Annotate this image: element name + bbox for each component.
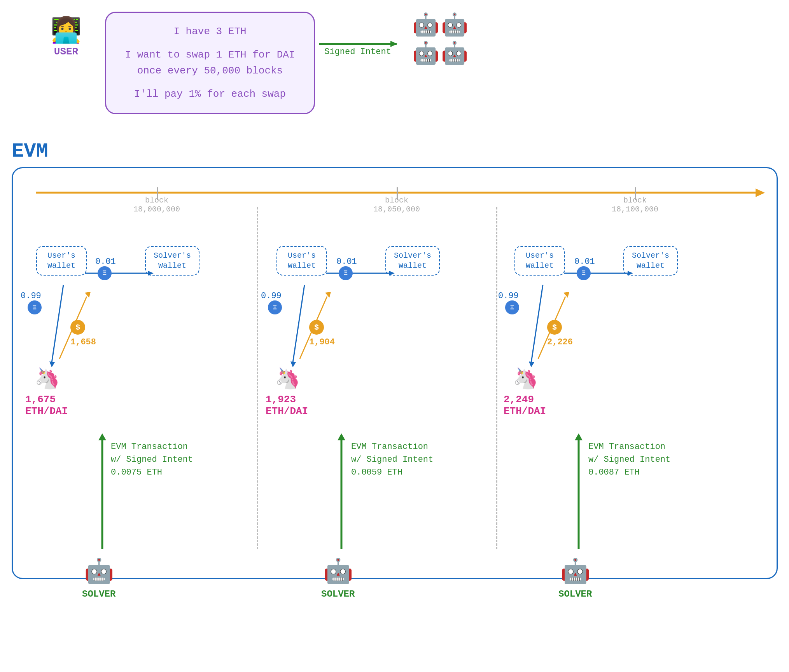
timeline: block18,000,000 block18,050,000 block18,…	[36, 192, 763, 194]
robot-top-3: 🤖	[412, 40, 439, 67]
col1-evm-tx: EVM Transaction w/ Signed Intent 0.0075 …	[111, 440, 193, 479]
col1-unicorn: 🦄	[35, 367, 60, 391]
col3-eth-out-label: 0.01	[574, 257, 595, 267]
signed-intent-label: Signed Intent	[324, 47, 391, 57]
col1-solvers-wallet: Solver'sWallet	[145, 246, 199, 276]
col2-eth-user-label: 0.99	[261, 291, 282, 301]
v-divider-1	[257, 207, 258, 549]
block-label-1: block18,000,000	[133, 196, 180, 214]
svg-marker-13	[325, 292, 331, 298]
col2-evm-tx: EVM Transaction w/ Signed Intent 0.0059 …	[351, 440, 433, 479]
arrows-svg	[13, 168, 777, 578]
col2-users-wallet-label: User'sWallet	[288, 251, 316, 270]
intent-box: I have 3 ETH I want to swap 1 ETH for DA…	[105, 12, 315, 114]
col2-eth-circle: Ξ	[339, 266, 353, 280]
col3-solvers-wallet: Solver'sWallet	[623, 246, 678, 276]
col2-users-wallet: User'sWallet	[276, 246, 327, 276]
col3-users-wallet: User'sWallet	[514, 246, 565, 276]
intent-line3: once every 50,000 blocks	[119, 63, 301, 79]
col3-eth-circle: Ξ	[577, 266, 591, 280]
col2-eth-user-circle: Ξ	[268, 300, 282, 314]
robot-top-4: 🤖	[441, 40, 468, 67]
col3-users-wallet-label: User'sWallet	[526, 251, 554, 270]
col3-eth-user-circle: Ξ	[505, 300, 519, 314]
col2-unicorn: 🦄	[275, 367, 300, 391]
col1-eth-user-circle: Ξ	[28, 300, 42, 314]
col2-eth-out-label: 0.01	[336, 257, 357, 267]
block-tick-3: block18,100,000	[635, 187, 636, 200]
col1-users-wallet: User'sWallet	[36, 246, 87, 276]
col1-eth-user-label: 0.99	[21, 291, 41, 301]
col1-pool-label: 1,675ETH/DAI	[25, 394, 68, 417]
block-tick-1: block18,000,000	[157, 187, 158, 200]
col3-eth-user-label: 0.99	[498, 291, 519, 301]
col3-solver-label: SOLVER	[558, 589, 592, 599]
col3-unicorn: 🦄	[513, 367, 538, 391]
col1-eth-out-label: 0.01	[95, 257, 116, 267]
intent-line2: I want to swap 1 ETH for DAI	[119, 47, 301, 63]
intent-line4: I'll pay 1% for each swap	[119, 86, 301, 103]
col1-solver-robot: 🤖	[84, 557, 114, 586]
svg-marker-21	[563, 292, 569, 298]
col2-solvers-wallet: Solver'sWallet	[385, 246, 440, 276]
col3-solvers-wallet-label: Solver'sWallet	[632, 251, 669, 270]
col1-solver-section: 🤖 SOLVER	[82, 557, 115, 599]
block-tick-2: block18,050,000	[397, 187, 398, 200]
signed-intent-arrow: Signed Intent	[319, 43, 397, 57]
svg-marker-7	[98, 433, 106, 440]
col2-solver-section: 🤖 SOLVER	[321, 557, 355, 599]
robots-top: 🤖 🤖 🤖 🤖	[412, 12, 468, 67]
col3-pool-label: 2,249ETH/DAI	[504, 394, 546, 417]
svg-line-18	[531, 285, 543, 363]
col3-dai-amount: 2,226	[547, 337, 573, 347]
col1-solver-label: SOLVER	[82, 589, 115, 599]
green-arrow-line	[319, 43, 397, 45]
svg-marker-23	[575, 433, 583, 440]
user-area: 👩‍💻 USER	[51, 19, 82, 58]
evm-label: EVM	[12, 140, 48, 163]
col3-solver-section: 🤖 SOLVER	[558, 557, 592, 599]
svg-marker-5	[85, 292, 91, 298]
intent-line1: I have 3 ETH	[119, 24, 301, 40]
user-emoji: 👩‍💻	[51, 19, 82, 44]
col1-eth-circle: Ξ	[98, 266, 112, 280]
robot-top-1: 🤖	[412, 12, 439, 38]
svg-line-2	[52, 285, 63, 363]
col2-pool-label: 1,923ETH/DAI	[266, 394, 308, 417]
robot-top-2: 🤖	[441, 12, 468, 38]
svg-line-10	[293, 285, 304, 363]
col1-users-wallet-label: User'sWallet	[47, 251, 75, 270]
block-label-2: block18,050,000	[373, 196, 420, 214]
col3-solver-robot: 🤖	[560, 557, 590, 586]
col1-dai-circle: $	[70, 320, 85, 335]
col2-solvers-wallet-label: Solver'sWallet	[394, 251, 431, 270]
v-divider-2	[496, 207, 497, 549]
col2-dai-amount: 1,904	[309, 337, 335, 347]
col1-dai-amount: 1,658	[70, 337, 96, 347]
col1-solvers-wallet-label: Solver'sWallet	[154, 251, 191, 270]
user-label: USER	[54, 46, 78, 58]
col3-dai-circle: $	[547, 320, 562, 335]
block-label-3: block18,100,000	[612, 196, 658, 214]
col2-dai-circle: $	[309, 320, 324, 335]
col3-evm-tx: EVM Transaction w/ Signed Intent 0.0087 …	[588, 440, 670, 479]
svg-marker-15	[338, 433, 345, 440]
col2-solver-robot: 🤖	[323, 557, 353, 586]
col2-solver-label: SOLVER	[321, 589, 355, 599]
evm-box: block18,000,000 block18,050,000 block18,…	[12, 167, 778, 579]
